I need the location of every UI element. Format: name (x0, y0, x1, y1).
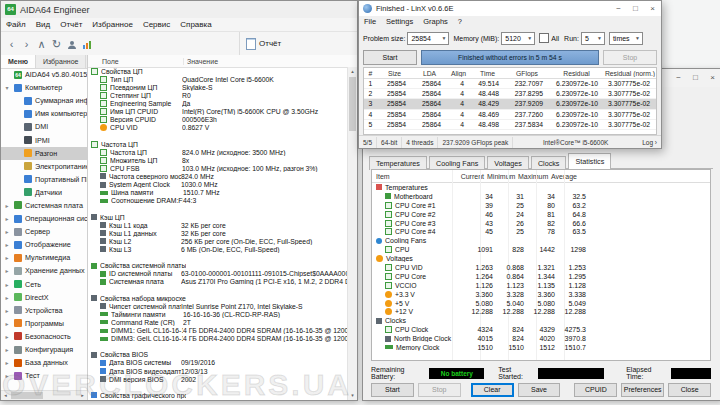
tab-cooling-fans[interactable]: Cooling Fans (429, 156, 485, 170)
grid-row[interactable]: Кэш L2256 КБ per core (On-Die, ECC, Full… (88, 237, 348, 245)
linx-result-row[interactable]: 12585425864449.514232.70976.230972e-103.… (364, 79, 656, 89)
tab-temperatures[interactable]: Temperatures (369, 156, 427, 170)
sidebar-item[interactable]: Портативный ПК (1, 173, 87, 186)
menu-item-?[interactable]: ? (453, 16, 467, 28)
sidebar-item[interactable]: ▸Безопасность (1, 330, 87, 343)
sidebar-item[interactable]: Суммарная информация (1, 94, 87, 107)
grid-row[interactable]: Кэш ЦП (88, 213, 348, 221)
grid-row[interactable]: Частота ЦП824.0 MHz (исходное: 3500 MHz) (88, 148, 348, 156)
grid-row[interactable]: System Agent Clock1030.0 MHz (88, 181, 348, 189)
tab-clocks[interactable]: Clocks (531, 156, 567, 170)
expander-icon[interactable]: ▸ (3, 241, 11, 248)
menu-item-Вид[interactable]: Вид (31, 18, 55, 31)
grid-row[interactable]: Свойства ЦП (88, 67, 348, 75)
sidebar-item[interactable]: ▸База данных (1, 356, 87, 369)
stability-maximize-button[interactable]: □ (687, 71, 704, 85)
grid-row[interactable]: Тип ЦПQuadCore Intel Core i5-6600K (88, 75, 348, 83)
start-button[interactable]: Start (371, 383, 414, 397)
start-button[interactable]: Start (363, 50, 417, 65)
expander-icon[interactable]: ▸ (3, 307, 11, 314)
grid-row[interactable]: Имя ЦП CPUIDIntel(R) Core(TM) i5-6600K C… (88, 108, 348, 116)
sidebar-item[interactable]: ▸Системная плата (1, 199, 87, 212)
linx-close-button[interactable]: × (644, 2, 661, 16)
menu-item-Файл[interactable]: Файл (1, 18, 31, 31)
nav-tab-Избранное[interactable]: Избранное (36, 55, 86, 68)
nav-tab-Меню[interactable]: Меню (1, 55, 36, 68)
stop-button[interactable]: Stop (603, 50, 657, 65)
back-icon[interactable]: ‹ (4, 34, 19, 54)
grid-row[interactable]: DMI версия BIOS2002 (88, 375, 348, 383)
sidebar-item[interactable]: ▸Хранение данных (1, 264, 87, 277)
sidebar-item[interactable]: 64AIDA64 v5.80.4015 Beta (1, 68, 87, 81)
sidebar-item[interactable]: DMI (1, 120, 87, 133)
grid-row[interactable]: DIMM1: GeIL CL16-16-16 D4...4 ГБ DDR4-24… (88, 327, 348, 335)
grid-row[interactable]: Чипсет системной платыIntel Sunrise Poin… (88, 302, 348, 310)
grid-row[interactable]: Свойства системной платы (88, 262, 348, 270)
sidebar-item[interactable]: ▸Конфигурация (1, 343, 87, 356)
tab-voltages[interactable]: Voltages (487, 156, 529, 170)
column-header-value[interactable]: Значение (184, 58, 357, 65)
grid-row[interactable]: CPU FSB103.0 MHz (исходное: 100 MHz, раз… (88, 164, 348, 172)
grid-row[interactable]: Свойства BIOS (88, 351, 348, 359)
grid-row[interactable]: Частота ЦП (88, 140, 348, 148)
expander-icon[interactable]: ▸ (3, 281, 11, 288)
sidebar-item[interactable]: ▾Компьютер (1, 81, 87, 94)
stop-button[interactable]: Stop (418, 383, 461, 397)
expander-icon[interactable]: ▸ (3, 267, 11, 274)
report-button[interactable]: Отчёт (239, 32, 281, 55)
sidebar-item[interactable]: Датчики (1, 186, 87, 199)
scrollbar-thumb[interactable] (349, 77, 356, 131)
clear-button[interactable]: Clear (471, 383, 514, 397)
sidebar-item[interactable]: ▸Мультимедиа (1, 251, 87, 264)
stability-close-button[interactable]: × (704, 71, 720, 85)
scroll-left-icon[interactable]: ◂ (1, 391, 10, 400)
grid-row[interactable]: Псевдоним ЦПSkylake-S (88, 83, 348, 91)
linx-result-row[interactable]: 22585425864448.448237.82956.230972e-103.… (364, 89, 656, 99)
grid-row[interactable]: DIMM3: GeIL CL16-16-16 D4...4 ГБ DDR4-24… (88, 335, 348, 343)
close-button[interactable]: Close (668, 383, 711, 397)
scroll-down-icon[interactable]: ▾ (348, 391, 357, 400)
expander-icon[interactable]: ▸ (3, 202, 11, 209)
menu-item-File[interactable]: File (359, 16, 381, 28)
linx-minimize-button[interactable]: − (610, 2, 627, 16)
grid-row[interactable]: Тайминги памяти16-16-16-36 (CL-RCD-RP-RA… (88, 310, 348, 318)
preferences-button[interactable]: Preferences (621, 383, 664, 397)
list-vertical-scrollbar[interactable]: ▴ ▾ (347, 67, 357, 400)
expander-icon[interactable]: ▸ (3, 228, 11, 235)
sidebar-item[interactable]: Электропитание (1, 160, 87, 173)
sidebar-item[interactable]: ▸Сервер (1, 225, 87, 238)
tree-horizontal-scrollbar[interactable]: ◂ ▸ (1, 390, 87, 400)
up-icon[interactable]: ∧ (34, 34, 49, 54)
expander-icon[interactable]: ▸ (3, 254, 11, 261)
sidebar-item[interactable]: ▸Программы (1, 317, 87, 330)
grid-row[interactable]: Дата BIOS видеоадаптера12/03/13 (88, 367, 348, 375)
grid-row[interactable]: CPU VID0.8627 V (88, 124, 348, 132)
cpuid-button[interactable]: CPUID (574, 383, 617, 397)
menu-item-Отчёт[interactable]: Отчёт (55, 18, 87, 31)
menu-item-Избранное[interactable]: Избранное (87, 18, 138, 31)
scroll-up-icon[interactable]: ▴ (348, 67, 357, 76)
sidebar-item[interactable]: ▸Тест (1, 369, 87, 382)
expander-icon[interactable]: ▸ (3, 320, 11, 327)
sidebar-item[interactable]: ▸Сеть (1, 278, 87, 291)
grid-row[interactable]: Кэш L1 данных32 КБ per core (88, 229, 348, 237)
linx-maximize-button[interactable]: □ (627, 2, 644, 16)
save-button[interactable]: Save (518, 383, 561, 397)
run-units-select[interactable]: times ▼ (609, 32, 643, 45)
sidebar-item[interactable]: Имя компьютера (1, 107, 87, 120)
sidebar-item[interactable]: Разгон (1, 147, 87, 160)
report-wizard-icon[interactable] (64, 34, 79, 54)
log-link[interactable]: Log › (638, 137, 661, 148)
expander-icon[interactable]: ▸ (3, 372, 11, 379)
grid-row[interactable]: Engineering SampleДа (88, 99, 348, 107)
scroll-right-icon[interactable]: ▸ (78, 391, 87, 400)
expander-icon[interactable]: ▸ (3, 333, 11, 340)
menu-item-Сервис[interactable]: Сервис (138, 18, 175, 31)
refresh-icon[interactable]: ↻ (49, 34, 64, 54)
sidebar-item[interactable]: IPMI (1, 133, 87, 146)
grid-row[interactable]: Шина памяти1510.7 MHz (88, 189, 348, 197)
grid-row[interactable]: ID системной платы63-0100-000001-0010111… (88, 270, 348, 278)
problem-size-select[interactable]: 25854 ▼ (407, 32, 449, 45)
grid-row[interactable]: Command Rate (CR)2T (88, 318, 348, 326)
sidebar-item[interactable]: ▸Устройства (1, 304, 87, 317)
